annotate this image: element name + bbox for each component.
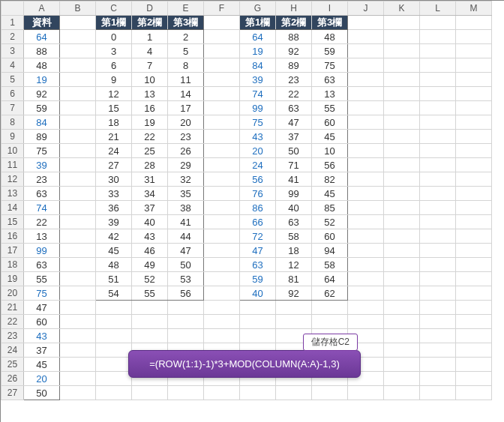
cell-M18[interactable] (456, 258, 492, 272)
cell-K20[interactable] (384, 286, 420, 301)
cell-F2[interactable] (204, 30, 240, 44)
row-header-27[interactable]: 27 (2, 386, 24, 400)
cell-A12[interactable]: 23 (24, 172, 60, 187)
cell-D14[interactable]: 37 (132, 201, 168, 215)
cell-B10[interactable] (60, 144, 96, 158)
cell-B9[interactable] (60, 130, 96, 144)
cell-H21[interactable] (276, 301, 312, 315)
cell-B20[interactable] (60, 286, 96, 301)
cell-A26[interactable]: 20 (24, 372, 60, 386)
cell-H8[interactable]: 47 (276, 115, 312, 130)
col-header-E[interactable]: E (168, 1, 204, 16)
cell-L8[interactable] (420, 115, 456, 130)
cell-D15[interactable]: 40 (132, 215, 168, 229)
cell-B24[interactable] (60, 343, 96, 358)
cell-J3[interactable] (348, 44, 384, 58)
row-header-21[interactable]: 21 (2, 301, 24, 315)
cell-K12[interactable] (384, 172, 420, 187)
cell-D20[interactable]: 55 (132, 286, 168, 301)
cell-E18[interactable]: 50 (168, 258, 204, 272)
row-header-24[interactable]: 24 (2, 343, 24, 358)
cell-E15[interactable]: 41 (168, 215, 204, 229)
cell-L4[interactable] (420, 58, 456, 73)
cell-K13[interactable] (384, 187, 420, 201)
cell-K4[interactable] (384, 58, 420, 73)
cell-E2[interactable]: 2 (168, 30, 204, 44)
cell-M20[interactable] (456, 286, 492, 301)
cell-K21[interactable] (384, 301, 420, 315)
cell-A13[interactable]: 63 (24, 187, 60, 201)
cell-I13[interactable]: 45 (312, 187, 348, 201)
row-header-3[interactable]: 3 (2, 44, 24, 58)
cell-F11[interactable] (204, 158, 240, 172)
cell-F22[interactable] (204, 315, 240, 329)
cell-E17[interactable]: 47 (168, 244, 204, 258)
cell-F6[interactable] (204, 87, 240, 101)
cell-D19[interactable]: 52 (132, 272, 168, 286)
cell-H18[interactable]: 12 (276, 258, 312, 272)
cell-B16[interactable] (60, 229, 96, 244)
cell-C15[interactable]: 39 (96, 215, 132, 229)
cell-B13[interactable] (60, 187, 96, 201)
cell-I9[interactable]: 45 (312, 130, 348, 144)
cell-I4[interactable]: 75 (312, 58, 348, 73)
cell-G4[interactable]: 84 (240, 58, 276, 73)
col-header-L[interactable]: L (420, 1, 456, 16)
cell-E7[interactable]: 17 (168, 101, 204, 115)
row-header-4[interactable]: 4 (2, 58, 24, 73)
cell-I18[interactable]: 58 (312, 258, 348, 272)
cell-K2[interactable] (384, 30, 420, 44)
cell-M17[interactable] (456, 244, 492, 258)
cell-I20[interactable]: 62 (312, 286, 348, 301)
row-header-18[interactable]: 18 (2, 258, 24, 272)
cell-F19[interactable] (204, 272, 240, 286)
cell-D10[interactable]: 25 (132, 144, 168, 158)
cell-B22[interactable] (60, 315, 96, 329)
cell-F16[interactable] (204, 229, 240, 244)
cell-L20[interactable] (420, 286, 456, 301)
cell-J22[interactable] (348, 315, 384, 329)
cell-H2[interactable]: 88 (276, 30, 312, 44)
row-header-2[interactable]: 2 (2, 30, 24, 44)
cell-K18[interactable] (384, 258, 420, 272)
cell-M22[interactable] (456, 315, 492, 329)
cell-D5[interactable]: 10 (132, 73, 168, 87)
cell-G1[interactable]: 第1欄 (240, 16, 276, 30)
cell-H14[interactable]: 40 (276, 201, 312, 215)
cell-H7[interactable]: 63 (276, 101, 312, 115)
cell-D6[interactable]: 13 (132, 87, 168, 101)
cell-J5[interactable] (348, 73, 384, 87)
cell-J11[interactable] (348, 158, 384, 172)
cell-M16[interactable] (456, 229, 492, 244)
cell-H4[interactable]: 89 (276, 58, 312, 73)
cell-H5[interactable]: 23 (276, 73, 312, 87)
cell-C27[interactable] (96, 386, 132, 400)
col-header-B[interactable]: B (60, 1, 96, 16)
cell-I8[interactable]: 60 (312, 115, 348, 130)
cell-M8[interactable] (456, 115, 492, 130)
cell-I27[interactable] (312, 386, 348, 400)
cell-C5[interactable]: 9 (96, 73, 132, 87)
cell-G27[interactable] (240, 386, 276, 400)
cell-B12[interactable] (60, 172, 96, 187)
cell-L5[interactable] (420, 73, 456, 87)
col-header-C[interactable]: C (96, 1, 132, 16)
row-header-12[interactable]: 12 (2, 172, 24, 187)
row-header-1[interactable]: 1 (2, 16, 24, 30)
cell-K9[interactable] (384, 130, 420, 144)
cell-M12[interactable] (456, 172, 492, 187)
cell-L1[interactable] (420, 16, 456, 30)
cell-L14[interactable] (420, 201, 456, 215)
cell-C16[interactable]: 42 (96, 229, 132, 244)
cell-F14[interactable] (204, 201, 240, 215)
cell-G20[interactable]: 40 (240, 286, 276, 301)
cell-H20[interactable]: 92 (276, 286, 312, 301)
cell-J27[interactable] (348, 386, 384, 400)
cell-H3[interactable]: 92 (276, 44, 312, 58)
col-header-H[interactable]: H (276, 1, 312, 16)
cell-F8[interactable] (204, 115, 240, 130)
cell-M27[interactable] (456, 386, 492, 400)
cell-I16[interactable]: 60 (312, 229, 348, 244)
cell-G13[interactable]: 76 (240, 187, 276, 201)
cell-D22[interactable] (132, 315, 168, 329)
